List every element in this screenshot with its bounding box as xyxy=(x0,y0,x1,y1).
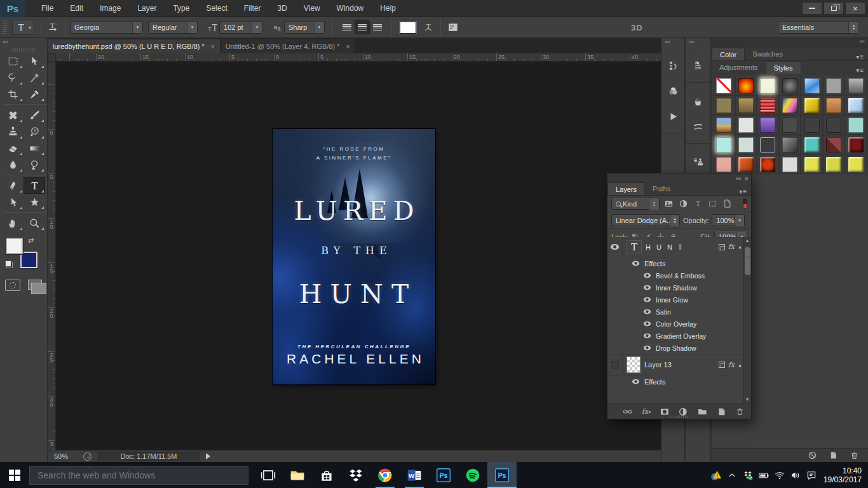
style-swatch-cell[interactable] xyxy=(757,115,779,135)
taskbar-word-icon[interactable]: W xyxy=(400,462,429,488)
tray-action-center-icon[interactable] xyxy=(804,462,820,488)
blur-tool[interactable] xyxy=(2,156,24,173)
filter-toggle[interactable] xyxy=(743,199,747,209)
style-swatch-16[interactable] xyxy=(738,118,754,133)
crop-tool[interactable] xyxy=(2,86,24,102)
style-swatch-cell[interactable] xyxy=(801,115,823,135)
magic-wand-tool[interactable] xyxy=(24,69,45,86)
taskbar-search[interactable] xyxy=(29,466,248,485)
minimize-button[interactable] xyxy=(802,2,822,15)
menu-item-filter[interactable]: Filter xyxy=(236,0,269,17)
font-style-select[interactable]: Regular▾ xyxy=(148,21,198,34)
layer-fx-icon[interactable]: fx xyxy=(728,361,735,369)
close-button[interactable]: × xyxy=(845,2,865,15)
collapse-effects-icon[interactable]: ▲ xyxy=(738,363,742,367)
new-style-icon[interactable] xyxy=(829,451,838,460)
collapse-panel-icon[interactable]: «« xyxy=(736,175,741,182)
style-swatch-24[interactable] xyxy=(760,137,775,152)
style-swatch-cell[interactable] xyxy=(823,76,845,95)
align-left-button[interactable] xyxy=(339,20,355,34)
style-swatch-5[interactable] xyxy=(804,78,820,93)
eye-icon[interactable] xyxy=(644,346,651,351)
style-swatch-13[interactable] xyxy=(826,98,841,113)
blend-mode-select[interactable]: Linear Dodge (A... ▴▾ xyxy=(611,214,680,226)
style-swatch-4[interactable] xyxy=(782,78,797,93)
warp-text-icon[interactable]: T xyxy=(420,20,437,34)
style-swatch-6[interactable] xyxy=(826,78,841,93)
style-swatch-cell[interactable] xyxy=(801,154,823,174)
clear-style-icon[interactable] xyxy=(808,451,817,460)
style-swatch-cell[interactable] xyxy=(779,95,801,115)
document-tab-1[interactable]: luredbythehunt.psd @ 50% (L U R E D, RGB… xyxy=(48,39,220,53)
style-swatch-11[interactable] xyxy=(782,98,797,113)
tray-wifi-icon[interactable] xyxy=(772,462,788,488)
style-swatch-19[interactable] xyxy=(804,118,820,133)
zoom-level-field[interactable]: 50% xyxy=(48,452,77,460)
custom-shape-tool[interactable] xyxy=(24,194,45,210)
canvas-pasteboard[interactable]: “HE ROSE FROM A SINNER'S FLAME” LURED BY… xyxy=(56,62,661,450)
layer-visibility-toggle[interactable] xyxy=(607,237,623,257)
align-right-button[interactable] xyxy=(370,20,385,34)
style-swatch-cell[interactable] xyxy=(713,95,735,115)
effect-row-satin[interactable]: Satin xyxy=(607,306,751,318)
taskbar-photoshop-icon[interactable]: Ps xyxy=(429,462,458,488)
eye-icon[interactable] xyxy=(611,244,619,250)
text-color-swatch[interactable] xyxy=(400,22,416,34)
style-swatch-cell[interactable] xyxy=(844,76,867,95)
swap-colors-icon[interactable]: ⇄ xyxy=(28,236,34,245)
quick-mask-button[interactable] xyxy=(5,280,20,291)
menu-item-window[interactable]: Window xyxy=(329,0,372,17)
link-layers-icon[interactable] xyxy=(623,407,633,417)
eye-icon[interactable] xyxy=(632,261,639,266)
style-swatch-12[interactable] xyxy=(804,98,820,113)
collapse-effects-icon[interactable]: ▲ xyxy=(738,245,742,249)
opacity-select[interactable]: 100%▾ xyxy=(712,214,745,226)
style-swatch-32[interactable] xyxy=(782,157,797,172)
style-swatch-cell[interactable] xyxy=(844,154,867,174)
zoom-tool[interactable] xyxy=(24,215,45,231)
effect-row-inner-glow[interactable]: Inner Glow xyxy=(607,294,751,306)
style-swatch-cell[interactable] xyxy=(779,76,801,95)
style-swatch-22[interactable] xyxy=(716,137,731,152)
foreground-color-swatch[interactable] xyxy=(6,238,23,254)
menu-item-file[interactable]: File xyxy=(33,0,62,17)
layer-name[interactable]: H U N T xyxy=(646,243,684,251)
effect-row-gradient-overlay[interactable]: Gradient Overlay xyxy=(607,330,751,342)
eye-icon[interactable] xyxy=(644,297,651,302)
menu-item-edit[interactable]: Edit xyxy=(62,0,92,17)
menu-item-help[interactable]: Help xyxy=(372,0,404,17)
layer-visibility-toggle[interactable] xyxy=(607,355,623,375)
style-swatch-cell[interactable] xyxy=(844,95,867,115)
style-swatch-3[interactable] xyxy=(760,78,775,93)
filter-smart-object-icon[interactable] xyxy=(721,198,733,210)
style-swatch-cell[interactable] xyxy=(779,135,801,154)
style-swatch-14[interactable] xyxy=(848,98,864,113)
tab-color[interactable]: Color xyxy=(712,48,745,60)
tray-volume-icon[interactable] xyxy=(788,462,804,488)
taskbar-file-explorer-icon[interactable] xyxy=(283,462,312,488)
panel-menu-icon[interactable]: ▾≡ xyxy=(856,67,864,74)
style-swatch-17[interactable] xyxy=(760,118,775,133)
style-swatch-cell[interactable] xyxy=(735,135,757,154)
style-swatch-cell[interactable] xyxy=(844,115,867,135)
pixel-layer-thumbnail[interactable] xyxy=(627,356,641,373)
style-swatch-cell[interactable] xyxy=(713,135,735,154)
start-button[interactable] xyxy=(0,462,29,488)
taskbar-task-view-icon[interactable] xyxy=(254,462,283,488)
style-swatch-cell[interactable] xyxy=(823,154,845,174)
workspace-select[interactable]: Essentials ▴▾ xyxy=(778,21,859,34)
eye-icon[interactable] xyxy=(644,322,651,327)
style-swatch-21[interactable] xyxy=(848,118,864,133)
hand-tool[interactable] xyxy=(2,215,24,231)
taskbar-windows-store-icon[interactable] xyxy=(312,462,341,488)
gradient-tool[interactable] xyxy=(24,140,45,156)
rectangular-marquee-tool[interactable] xyxy=(2,53,24,69)
new-group-icon[interactable] xyxy=(697,406,708,417)
background-color-swatch[interactable] xyxy=(20,252,37,268)
brush-settings-panel-icon[interactable] xyxy=(686,88,710,114)
layer-fx-icon[interactable]: fx xyxy=(728,243,735,251)
type-tool-preset[interactable]: T ▾ xyxy=(12,20,34,35)
style-swatch-15[interactable] xyxy=(716,118,731,133)
eye-icon[interactable] xyxy=(644,309,651,315)
font-size-select[interactable]: 102 pt▾ xyxy=(219,21,262,34)
